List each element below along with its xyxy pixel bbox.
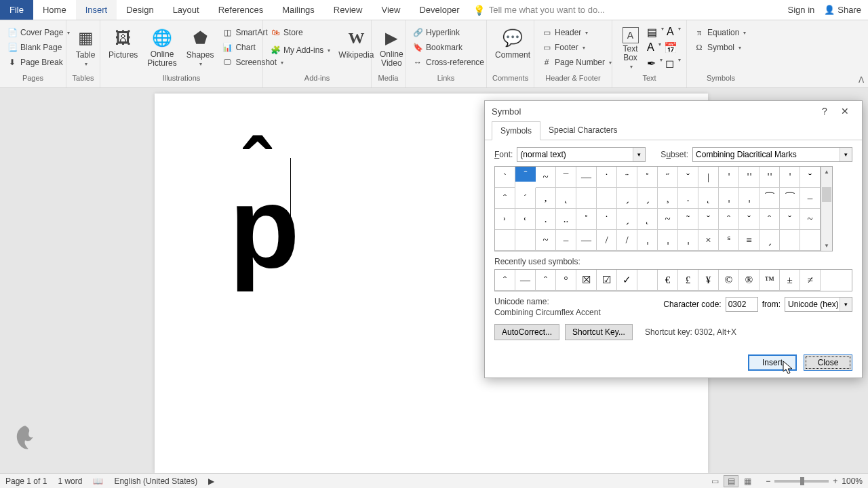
page-break-button[interactable]: ⬇Page Break — [5, 56, 64, 69]
recent-symbol-cell[interactable]: ☑ — [597, 270, 617, 291]
crossref-button[interactable]: ↔Cross-reference — [411, 56, 486, 69]
status-page[interactable]: Page 1 of 1 — [5, 476, 47, 486]
recent-symbol-cell[interactable] — [637, 270, 658, 291]
bookmark-button[interactable]: 🔖Bookmark — [411, 41, 464, 54]
symbol-cell[interactable]: / — [617, 230, 637, 251]
symbol-cell[interactable]: . — [678, 188, 698, 209]
recent-symbol-cell[interactable]: ° — [556, 270, 576, 291]
symbol-cell[interactable]: ´ — [515, 188, 536, 209]
symbol-cell[interactable]: ˏ — [617, 209, 637, 230]
zoom-slider[interactable] — [774, 480, 829, 483]
symbol-cell[interactable]: ˓ — [515, 209, 536, 230]
status-lang[interactable]: English (United States) — [114, 476, 197, 486]
close-icon[interactable]: ✕ — [835, 101, 855, 121]
signin-link[interactable]: Sign in — [788, 5, 815, 15]
status-words[interactable]: 1 word — [58, 476, 82, 486]
share-button[interactable]: 👤Share — [824, 5, 861, 15]
tab-developer[interactable]: Developer — [410, 0, 469, 20]
symbol-cell[interactable]: ˝ — [658, 167, 678, 188]
symbol-cell[interactable]: ˌ — [658, 230, 678, 251]
wordart-icon[interactable]: A — [667, 26, 674, 39]
recent-symbol-cell[interactable]: © — [719, 270, 739, 291]
date-icon[interactable]: 📅 — [664, 41, 677, 54]
symbol-cell[interactable]: ¨ — [617, 167, 637, 188]
sig-icon[interactable]: ✒ — [647, 57, 656, 70]
store-button[interactable]: 🛍Store — [269, 26, 332, 39]
pictures-button[interactable]: 🖼Pictures — [106, 26, 140, 61]
recent-symbol-cell[interactable]: ¥ — [698, 270, 719, 291]
symbol-cell[interactable]: – — [556, 230, 576, 251]
recent-symbol-cell[interactable]: ™ — [760, 270, 780, 291]
symbol-cell[interactable]: ˇ — [698, 209, 719, 230]
zoom-out-button[interactable]: − — [766, 476, 770, 486]
symbol-cell[interactable]: ~ — [536, 230, 556, 251]
symbol-cell[interactable]: ~ — [658, 209, 678, 230]
tab-design[interactable]: Design — [117, 0, 163, 20]
subset-select[interactable]: Combining Diacritical Marks▾ — [692, 147, 852, 162]
tab-layout[interactable]: Layout — [163, 0, 209, 20]
symbol-cell[interactable]: ˛ — [637, 209, 658, 230]
symbol-cell[interactable]: ≡ — [739, 230, 760, 251]
autocorrect-button[interactable]: AutoCorrect... — [494, 324, 559, 340]
tellme-search[interactable]: 💡Tell me what you want to do... — [469, 0, 609, 20]
symbol-cell[interactable]: ˆ — [760, 209, 780, 230]
scroll-down-icon[interactable]: ▼ — [821, 241, 832, 251]
symbol-cell[interactable]: / — [597, 230, 617, 251]
symbol-cell[interactable]: ˏ — [760, 230, 780, 251]
recent-symbol-cell[interactable]: € — [658, 270, 678, 291]
symbol-cell[interactable] — [800, 230, 821, 251]
scroll-thumb[interactable] — [822, 187, 831, 202]
symbol-cell[interactable]: | — [698, 167, 719, 188]
insert-button[interactable]: Insert — [748, 354, 797, 371]
symbol-cell[interactable]: ˒ — [495, 209, 515, 230]
recent-symbol-cell[interactable]: £ — [678, 270, 698, 291]
pagenum-button[interactable]: #Page Number▾ — [540, 56, 613, 69]
symbol-cell[interactable]: ˢ — [719, 230, 739, 251]
help-button[interactable]: ? — [814, 101, 835, 121]
charcode-input[interactable] — [726, 297, 758, 312]
tab-review[interactable]: Review — [324, 0, 372, 20]
tab-insert[interactable]: Insert — [76, 0, 117, 20]
font-select[interactable]: (normal text)▾ — [517, 147, 646, 162]
equation-button[interactable]: πEquation▾ — [692, 26, 747, 39]
symbol-cell[interactable]: ˌ — [678, 230, 698, 251]
web-layout-button[interactable]: ▦ — [740, 475, 755, 487]
symbol-cell[interactable]: ˇ — [780, 209, 800, 230]
recent-symbol-cell[interactable]: ± — [780, 270, 800, 291]
online-video-button[interactable]: ▶Online Video — [377, 26, 406, 69]
comment-button[interactable]: 💬Comment — [492, 26, 533, 61]
grid-scrollbar[interactable]: ▲ ▼ — [821, 166, 833, 251]
shapes-button[interactable]: ⬟Shapes▾ — [184, 26, 217, 68]
footer-button[interactable]: ▭Footer▾ — [540, 41, 587, 54]
symbol-cell[interactable]: ˆ — [719, 209, 739, 230]
blank-page-button[interactable]: 📃Blank Page — [5, 41, 63, 54]
symbol-cell[interactable] — [515, 230, 536, 251]
symbol-cell[interactable]: ¸ — [658, 188, 678, 209]
header-button[interactable]: ▭Header▾ — [540, 26, 589, 39]
symbol-cell[interactable]: ˙ — [597, 209, 617, 230]
recent-symbol-cell[interactable]: ☒ — [576, 270, 597, 291]
symbol-cell[interactable]: ˌ — [719, 188, 739, 209]
shortcutkey-button[interactable]: Shortcut Key... — [565, 324, 633, 340]
tab-file[interactable]: File — [0, 0, 33, 20]
symbol-cell[interactable]: ` — [495, 167, 515, 188]
symbol-cell[interactable]: ˏ — [617, 188, 637, 209]
from-select[interactable]: Unicode (hex)▾ — [785, 297, 852, 312]
symbol-cell[interactable]: ˏ — [637, 188, 658, 209]
hyperlink-button[interactable]: 🔗Hyperlink — [411, 26, 461, 39]
symbol-cell[interactable]: , — [536, 188, 556, 209]
tab-special-chars[interactable]: Special Characters — [540, 121, 625, 140]
online-pictures-button[interactable]: 🌐Online Pictures — [144, 26, 179, 69]
zoom-knob[interactable] — [800, 477, 804, 485]
print-layout-button[interactable]: ▤ — [724, 475, 738, 487]
symbol-cell[interactable]: ˈ — [719, 167, 739, 188]
symbol-cell[interactable]: ˙ — [597, 167, 617, 188]
wikipedia-button[interactable]: WWikipedia — [336, 26, 376, 61]
tab-home[interactable]: Home — [33, 0, 76, 20]
symbol-cell[interactable]: × — [698, 230, 719, 251]
symbol-cell[interactable]: ˚ — [576, 209, 597, 230]
symbol-cell[interactable]: — — [576, 230, 597, 251]
symbol-cell[interactable]: ˈ — [780, 167, 800, 188]
symbol-cell[interactable]: . — [536, 209, 556, 230]
symbol-cell[interactable]: ˇ — [678, 167, 698, 188]
